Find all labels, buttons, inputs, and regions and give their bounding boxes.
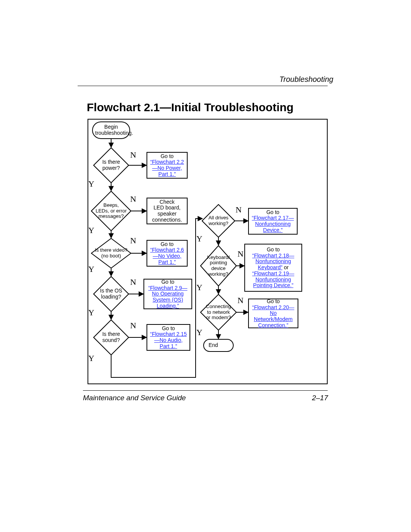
- rule-bottom: [83, 390, 328, 391]
- lbl-os-n: N: [130, 277, 136, 287]
- d-beeps-l1: Beeps,: [104, 202, 119, 208]
- lbl-kbd-n: N: [237, 249, 244, 259]
- a-kbd-pre: Go to: [267, 246, 280, 252]
- d-power-l1: Is there: [102, 159, 120, 165]
- link-flowchart-2-15[interactable]: “Flowchart 2.15—No Audio, Part 1.”: [150, 331, 186, 349]
- node-all-drives-working: All drives working?: [202, 204, 235, 238]
- a-beeps-l2: LED board,: [154, 204, 181, 211]
- lbl-beeps-y: Y: [88, 225, 94, 235]
- d-beeps-l2: LEDs, or error: [96, 208, 127, 214]
- d-video-l2: (no boot): [101, 253, 121, 259]
- a-kbd-mid: or: [284, 264, 288, 270]
- d-kbd-l4: working?: [209, 271, 228, 277]
- d-drives-l2: working?: [209, 220, 228, 226]
- d-kbd-l1: Keyboard/: [207, 254, 229, 260]
- d-os-l1: Is the OS: [100, 288, 122, 294]
- a-beeps-l4: connections.: [152, 217, 182, 223]
- link-flowchart-2-19[interactable]: “Flowchart 2.19—Nonfunctioning Pointing …: [252, 270, 294, 288]
- node-goto-2-20: Go to “Flowchart 2.20—No Network/Modem C…: [248, 299, 298, 328]
- running-head: Troubleshooting: [279, 75, 333, 84]
- a-beeps-l1: Check: [159, 199, 175, 205]
- link-flowchart-2-2[interactable]: “Flowchart 2.2—No Power, Part 1.”: [150, 159, 184, 177]
- a-beeps-l3: speaker: [158, 211, 177, 217]
- d-net-l3: or modem?: [206, 315, 231, 320]
- node-check-led: Check LED board, speaker connections.: [147, 198, 188, 224]
- d-net-l1: Connecting: [206, 304, 231, 309]
- lbl-drives-n: N: [236, 205, 242, 215]
- d-sound-l1: Is there: [102, 331, 120, 337]
- node-beeps-leds: Beeps, LEDs, or error messages?: [91, 191, 131, 231]
- node-is-there-power: Is there power?: [93, 147, 129, 183]
- node-keyboard-pointing: Keyboard/ pointing device working?: [200, 245, 237, 286]
- lbl-net-n: N: [237, 296, 244, 305]
- lbl-video-y: Y: [88, 264, 94, 274]
- node-is-os-loading: Is the OS loading?: [93, 276, 129, 312]
- node-goto-2-18-2-19: Go to “Flowchart 2.18—Nonfunctioning Key…: [244, 244, 302, 292]
- a-drives-pre: Go to: [266, 209, 279, 215]
- lbl-power-y: Y: [88, 179, 94, 189]
- node-is-there-sound: Is there sound?: [93, 320, 129, 355]
- link-flowchart-2-6[interactable]: “Flowchart 2.6—No Video, Part 1.”: [150, 247, 184, 265]
- footer-left: Maintenance and Service Guide: [83, 394, 186, 402]
- node-goto-2-9: Go to “Flowchart 2.9—No Operating System…: [143, 279, 192, 309]
- a-net-pre: Go to: [267, 298, 280, 304]
- lbl-os-y: Y: [88, 308, 94, 318]
- rule-top: [78, 86, 328, 86]
- lbl-beeps-n: N: [130, 194, 136, 204]
- d-os-l2: loading?: [101, 294, 121, 300]
- d-kbd-l2: pointing: [210, 260, 227, 265]
- node-connecting-network: Connecting to network or modem?: [200, 294, 237, 331]
- lbl-sound-y: Y: [88, 353, 94, 363]
- d-kbd-l3: device: [211, 265, 226, 271]
- node-begin: Begin troubleshooting.: [92, 121, 130, 139]
- d-power-l2: power?: [102, 165, 120, 171]
- d-sound-l2: sound?: [102, 337, 120, 343]
- node-goto-2-6: Go to “Flowchart 2.6—No Video, Part 1.”: [147, 240, 188, 267]
- node-goto-2-2: Go to “Flowchart 2.2—No Power, Part 1.”: [147, 152, 188, 179]
- lbl-sound-n: N: [130, 321, 136, 331]
- node-goto-2-15: Go to “Flowchart 2.15—No Audio, Part 1.”: [147, 324, 190, 351]
- d-video-l1: Is there video?: [95, 247, 127, 253]
- node-end-text: End: [209, 342, 218, 348]
- lbl-power-n: N: [130, 150, 136, 160]
- footer-right: 2–17: [312, 394, 328, 402]
- link-flowchart-2-20[interactable]: “Flowchart 2.20—No Network/Modem Connect…: [252, 304, 294, 328]
- lbl-drives-y: Y: [196, 234, 202, 244]
- lbl-kbd-y: Y: [196, 283, 202, 292]
- a-power-pre: Go to: [161, 153, 174, 159]
- lbl-video-n: N: [130, 236, 136, 246]
- d-beeps-l3: messages?: [99, 213, 124, 219]
- node-goto-2-17: Go to “Flowchart 2.17—Nonfunctioning Dev…: [248, 208, 298, 235]
- node-end: End: [203, 339, 234, 352]
- a-os-pre: Go to: [161, 279, 174, 285]
- node-begin-l1: Begin: [104, 124, 118, 130]
- node-begin-l2: troubleshooting.: [95, 130, 133, 136]
- lbl-net-y: Y: [196, 328, 202, 337]
- page: Troubleshooting Flowchart 2.1—Initial Tr…: [0, 0, 411, 532]
- d-net-l2: to network: [207, 309, 230, 315]
- d-drives-l1: All drives: [209, 215, 229, 220]
- page-title: Flowchart 2.1—Initial Troubleshooting: [87, 101, 293, 114]
- flowchart-canvas: Begin troubleshooting. Is there power? N: [88, 119, 328, 384]
- a-video-pre: Go to: [161, 241, 174, 247]
- a-sound-pre: Go to: [162, 325, 175, 331]
- link-flowchart-2-17[interactable]: “Flowchart 2.17—Nonfunctioning Device.”: [252, 215, 294, 233]
- link-flowchart-2-9[interactable]: “Flowchart 2.9—No Operating System (OS) …: [148, 285, 188, 309]
- node-is-there-video: Is there video? (no boot): [91, 238, 131, 268]
